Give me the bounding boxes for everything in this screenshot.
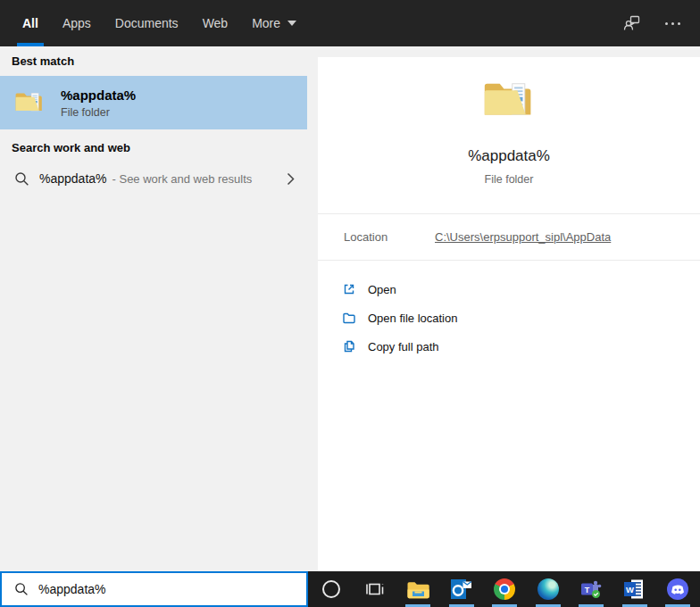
open-icon: [342, 282, 356, 296]
teams-icon[interactable]: T: [570, 571, 613, 607]
preview-area: %appdata% File folder Location C:\Users\…: [307, 46, 700, 571]
preview-card: %appdata% File folder Location C:\Users\…: [318, 57, 700, 571]
location-label: Location: [344, 230, 435, 244]
svg-text:T: T: [585, 586, 590, 595]
search-icon: [14, 171, 29, 187]
ellipsis-icon[interactable]: [665, 22, 680, 25]
search-web-heading: Search work and web: [0, 141, 307, 154]
tab-apps-label: Apps: [62, 16, 91, 30]
discord-icon[interactable]: [656, 571, 700, 607]
location-link[interactable]: C:\Users\erpsupport_sipl\AppData: [435, 230, 611, 244]
search-results-body: Best match %appdata% File folder: [0, 46, 700, 571]
open-file-location-icon: [342, 311, 356, 325]
web-search-query: %appdata%: [39, 171, 107, 186]
task-view-icon[interactable]: [354, 571, 397, 607]
results-panel: Best match %appdata% File folder: [0, 46, 307, 571]
copy-full-path-button[interactable]: Copy full path: [342, 332, 700, 361]
tab-web-label: Web: [203, 16, 229, 30]
action-list: Open Open file location Copy full path: [318, 261, 700, 361]
tab-documents-label: Documents: [115, 16, 179, 30]
best-match-result[interactable]: %appdata% File folder: [0, 76, 307, 129]
filter-tabs: All Apps Documents Web More: [0, 0, 321, 46]
tab-apps[interactable]: Apps: [62, 0, 91, 46]
word-icon[interactable]: W: [613, 571, 657, 607]
best-match-subtitle: File folder: [61, 106, 136, 119]
svg-text:W: W: [626, 585, 634, 595]
copy-full-path-label: Copy full path: [368, 340, 439, 353]
dropdown-arrow-icon: [288, 21, 296, 26]
search-input[interactable]: %appdata%: [0, 571, 308, 607]
chevron-right-icon: [287, 172, 295, 186]
tab-web[interactable]: Web: [203, 0, 229, 46]
taskbar: T W: [308, 571, 700, 607]
feedback-icon[interactable]: [622, 13, 642, 33]
copy-path-icon: [342, 339, 356, 353]
web-search-result[interactable]: %appdata% - See work and web results: [0, 162, 307, 195]
chrome-icon[interactable]: [483, 571, 527, 607]
open-label: Open: [368, 283, 396, 296]
cortana-icon[interactable]: [310, 571, 354, 607]
best-match-heading: Best match: [0, 54, 307, 68]
web-search-suffix: - See work and web results: [112, 172, 253, 186]
open-file-location-button[interactable]: Open file location: [342, 304, 700, 332]
search-input-value: %appdata%: [38, 582, 106, 596]
tab-all[interactable]: All: [22, 0, 38, 46]
best-match-title: %appdata%: [61, 87, 136, 103]
search-icon: [14, 582, 29, 596]
outlook-icon[interactable]: [440, 571, 484, 607]
edge-icon[interactable]: [527, 571, 571, 607]
tab-documents[interactable]: Documents: [115, 0, 179, 46]
open-button[interactable]: Open: [342, 275, 700, 304]
bottom-bar: %appdata%: [0, 571, 700, 607]
preview-title: %appdata%: [468, 147, 550, 165]
folder-icon: [482, 77, 536, 124]
location-row: Location C:\Users\erpsupport_sipl\AppDat…: [318, 214, 700, 260]
tab-more[interactable]: More: [252, 0, 296, 46]
folder-icon: [14, 89, 45, 116]
search-header: All Apps Documents Web More: [0, 0, 700, 46]
file-explorer-icon[interactable]: [396, 571, 440, 607]
open-file-location-label: Open file location: [368, 312, 457, 325]
tab-all-label: All: [22, 16, 38, 30]
preview-subtitle: File folder: [485, 173, 534, 186]
tab-more-label: More: [252, 16, 280, 30]
